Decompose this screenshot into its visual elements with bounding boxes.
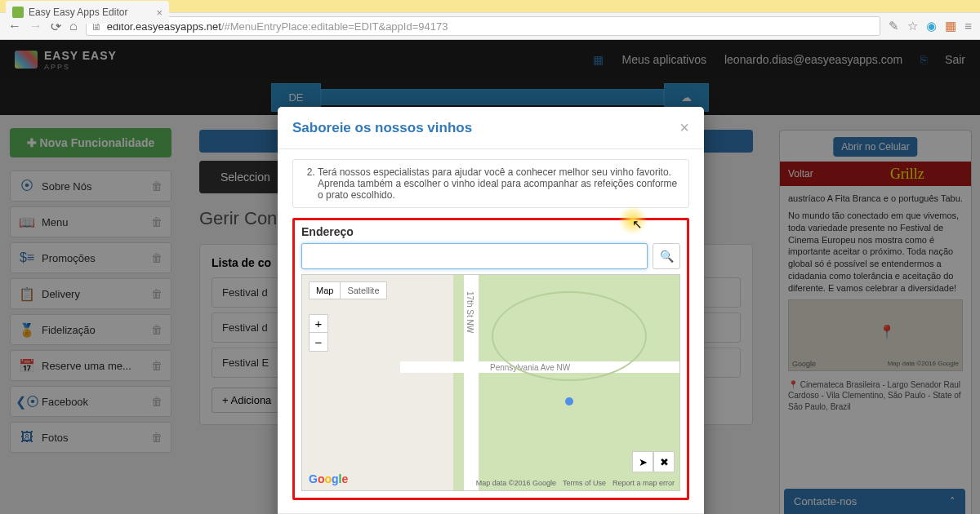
zoom-in-button[interactable]: + bbox=[310, 315, 327, 333]
map-report[interactable]: Report a map error bbox=[612, 479, 675, 487]
browser-tab[interactable]: Easy Easy Apps Editor × bbox=[6, 1, 169, 24]
ext1-icon[interactable]: ◉ bbox=[926, 19, 937, 33]
address-block: ↖ Endereço 🔍 Map Satellite + − bbox=[292, 218, 689, 500]
wand-icon[interactable]: ✎ bbox=[889, 19, 899, 33]
star-icon[interactable]: ☆ bbox=[907, 19, 918, 33]
address-input[interactable] bbox=[301, 243, 648, 269]
modal-close-button[interactable]: × bbox=[679, 118, 689, 137]
street-label-v: 17th St NW bbox=[466, 291, 474, 333]
address-label: Endereço bbox=[301, 225, 680, 238]
park-path bbox=[492, 291, 647, 381]
map-terms[interactable]: Terms of Use bbox=[563, 479, 606, 487]
close-tab-icon[interactable]: × bbox=[156, 7, 163, 19]
modal-list-item: Terá nossos especialistas para ajudar vo… bbox=[318, 166, 679, 201]
map-type-map[interactable]: Map bbox=[310, 282, 341, 299]
menu-icon[interactable]: ≡ bbox=[964, 19, 972, 33]
map-type-satellite[interactable]: Satellite bbox=[341, 282, 385, 299]
tab-title: Easy Easy Apps Editor bbox=[29, 7, 127, 18]
map-type-toggle[interactable]: Map Satellite bbox=[309, 281, 387, 299]
modal-dialog: Saboreie os nossos vinhos × Terá nossos … bbox=[278, 107, 704, 514]
ext2-icon[interactable]: ▦ bbox=[945, 19, 956, 33]
url-path: /#MenuEntryPlace:editable=EDIT&appId=941… bbox=[221, 20, 448, 33]
locate-button[interactable]: ➤ bbox=[632, 451, 653, 472]
url-input[interactable]: 🗎 editor.easyeasyapps.net/#MenuEntryPlac… bbox=[86, 16, 881, 36]
modal-description: Terá nossos especialistas para ajudar vo… bbox=[292, 159, 689, 208]
map-canvas[interactable]: Map Satellite + − 17th St NW Pennsylvani… bbox=[301, 274, 680, 491]
favicon bbox=[12, 7, 24, 18]
location-dot-icon bbox=[565, 397, 573, 405]
clear-location-button[interactable]: ✖ bbox=[653, 451, 675, 472]
google-logo: Google bbox=[309, 472, 348, 485]
modal-title: Saboreie os nossos vinhos bbox=[292, 120, 472, 136]
zoom-out-button[interactable]: − bbox=[310, 333, 327, 351]
zoom-control[interactable]: + − bbox=[309, 314, 328, 352]
map-credit: Map data ©2016 Google bbox=[476, 479, 556, 487]
search-button[interactable]: 🔍 bbox=[653, 243, 680, 269]
